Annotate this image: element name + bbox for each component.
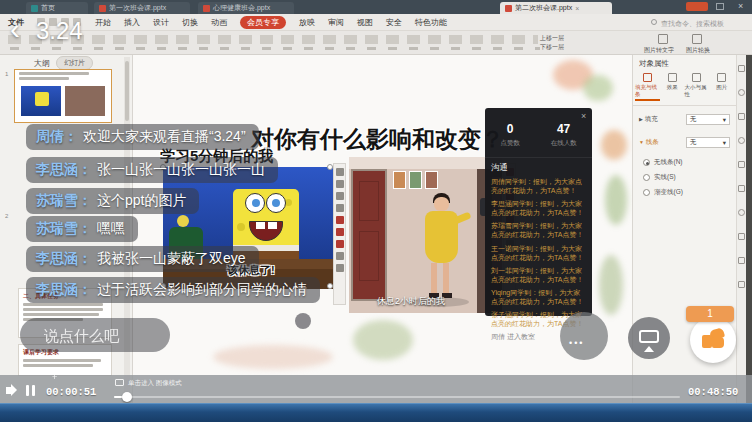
doc-tab-label: 心理健康班会.pptx [213,3,270,13]
screencast-button[interactable] [628,317,670,359]
slides-tab-pill[interactable]: 幻灯片 [56,56,93,70]
chat-text: 张一山张一山张一山张一山 [97,161,265,179]
outline-tab[interactable]: 大纲 [34,58,50,69]
search-icon [651,19,657,25]
speaker-icon-cone [11,384,23,396]
video-caption: 休息2小时后的我 [377,295,445,308]
doc-tab-1[interactable]: 第一次班会课.pptx [94,2,190,14]
ribbon-tab-transition[interactable]: 切换 [182,17,198,28]
image-zoom-bubble[interactable] [295,313,311,329]
more-button[interactable]: ••• [560,312,608,360]
chat-text: 嘿嘿 [97,220,125,238]
wall-photo [393,171,406,189]
slide-thumbnail-1[interactable] [14,69,112,123]
pause-icon[interactable] [26,385,29,396]
airplay-triangle [644,341,654,352]
wps-ribbon-menu: 文件 开始 插入 设计 切换 动画 会员专享 放映 审阅 视图 安全 特色功能 … [0,14,752,31]
chat-message: 李思涵： 我被张一山蒙蔽了双eye [26,246,259,272]
chat-username: 苏瑞雪 [36,220,78,236]
phone-screen: 首页 第一次班会课.pptx 心理健康班会.pptx 第二次班会课.pptx ×… [0,0,752,422]
plus-marker[interactable]: + [52,372,57,382]
pause-icon[interactable] [32,385,35,396]
ribbon-tab-animation[interactable]: 动画 [211,17,227,28]
tab-close-icon[interactable]: × [575,5,579,12]
props-tab-fill-line[interactable]: 填充与线条 [635,73,660,101]
picture-carousel-button[interactable]: 图片轮换 [686,46,710,55]
picture-carousel-icon [692,34,702,44]
panel-message: Yiqing同学到：报到，为大家点亮的红花助力，为TA点赞！ [485,286,592,308]
ribbon-tab-design[interactable]: 设计 [153,17,169,28]
player-hint[interactable]: 单击进入 图像模式 [128,379,182,388]
wps-document-tabbar: 首页 第一次班会课.pptx 心理健康班会.pptx 第二次班会课.pptx ×… [0,0,752,14]
panel-collapse-handle[interactable] [480,198,485,216]
fill-value-select[interactable]: 无▾ [686,114,730,125]
line-value-select[interactable]: 无▾ [686,137,730,148]
chat-message: 苏瑞雪： 这个ppt的图片 [26,188,199,214]
panel-close-icon[interactable]: × [581,111,586,121]
ribbon-tab-review[interactable]: 审阅 [328,17,344,28]
doc-tab-label: 第一次班会课.pptx [109,3,166,13]
panel-message: 苏瑞雪同学到：报到，为大家点亮的红花助力，为TA点赞！ [485,219,592,241]
doc-tab-2[interactable]: 心理健康班会.pptx [198,2,294,14]
progress-knob[interactable] [122,392,132,402]
panel-message: 李思涵同学到：报到，为大家点亮的红花助力，为TA点赞！ [485,197,592,219]
line-row-label[interactable]: ▼ 线条 [639,138,659,147]
props-tab-effects[interactable]: 效果 [660,73,685,101]
progress-track[interactable] [114,396,680,398]
like-button[interactable] [690,317,736,363]
thumb-image-video [65,86,105,116]
wps-ribbon-tools: 上移一层 下移一层 图片转文字 图片轮换 [0,31,752,55]
slide-title: 对你有什么影响和改变？ [251,124,504,155]
ribbon-tab-security[interactable]: 安全 [386,17,402,28]
doc-tab-active[interactable]: 第二次班会课.pptx × [500,2,612,14]
window-maximize-icon[interactable] [716,3,724,10]
online-stat: 47 在线人数 [551,122,577,148]
layer-up-button[interactable]: 上移一层 [540,34,564,43]
panel-message-list[interactable]: 周倩同学到：报到，为大家点亮的红花助力，为TA点赞！ 李思涵同学到：报到，为大家… [485,175,592,330]
fill-row-label[interactable]: ▶ 填充 [639,115,658,124]
floral-decor [605,175,627,225]
radio-gradient-line[interactable]: 渐变线(G) [633,182,736,197]
side-icon-strip[interactable] [736,55,746,403]
props-tab-size[interactable]: 大小与属性 [685,73,710,101]
wall-photo [425,171,438,189]
ribbon-tab-home[interactable]: 开始 [95,17,111,28]
ribbon-tab-view[interactable]: 视图 [357,17,373,28]
chat-message: 李思涵： 过于活跃会影响到部分同学的心情 [26,277,320,303]
person [419,193,465,303]
wps-account-badge[interactable] [686,2,708,11]
ribbon-promo-button[interactable]: 会员专享 [240,16,286,29]
likes-label: 点赞数 [500,139,520,148]
ppt-file-icon [99,5,106,12]
window-close-icon[interactable]: × [738,2,743,11]
radio-no-line[interactable]: 无线条(N) [633,148,736,167]
ribbon-tab-insert[interactable]: 插入 [124,17,140,28]
panel-message: 王一诺同学到：报到，为大家点亮的红花助力，为TA点赞！ [485,242,592,264]
props-tab-picture[interactable]: 图片 [709,73,734,101]
ribbon-search-hint[interactable]: 查找命令、搜索模板 [661,19,724,29]
thumbs-up-fist [712,337,724,348]
doc-tab-home[interactable]: 首页 [26,2,88,14]
props-title: 对象属性 [633,55,736,69]
floating-toolbar-left[interactable] [333,163,346,305]
ribbon-tab-slideshow[interactable]: 放映 [299,17,315,28]
picture-to-text-button[interactable]: 图片转文字 [644,46,674,55]
radio-solid-line[interactable]: 实线(S) [633,167,736,182]
floral-decor [213,345,333,369]
wall-photo [409,171,422,189]
chat-input[interactable] [20,318,170,352]
ribbon-tab-special[interactable]: 特色功能 [415,17,447,28]
likes-stat: 0 点赞数 [500,122,520,148]
video-image[interactable]: 休息2小时后的我 [349,157,502,313]
panel-section-title: 沟通 [485,158,592,175]
panel-message: 周倩同学到：报到，为大家点亮的红花助力，为TA点赞！ [485,175,592,197]
chat-message: 周倩： 欢迎大家来观看直播“3.24” [26,124,259,150]
layer-down-button[interactable]: 下移一层 [540,43,564,52]
door [351,169,387,301]
chat-text: 欢迎大家来观看直播“3.24” [83,128,246,146]
floral-decor [353,320,413,360]
panel-message: 刘一菲同学到：报到，为大家点亮的红花助力，为TA点赞！ [485,264,592,286]
floral-decor [601,130,627,160]
back-button[interactable]: ‹ [10,14,20,44]
window-edge [746,55,752,403]
